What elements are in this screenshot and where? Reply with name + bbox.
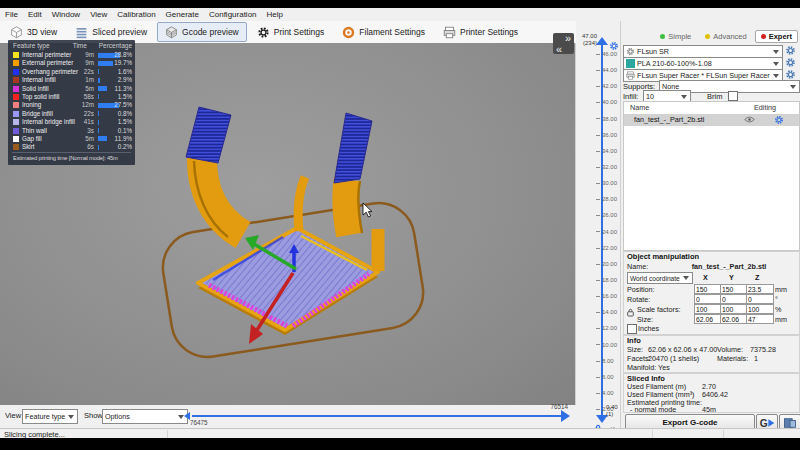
toolbar-button-print-settings[interactable]: Print Settings: [249, 22, 333, 42]
scale-x-input[interactable]: [694, 304, 722, 314]
brim-checkbox[interactable]: [728, 91, 738, 101]
feature-color-swatch: [13, 86, 19, 92]
view-combo[interactable]: Feature type: [22, 409, 78, 424]
legend-row: Ironing12m27.5%: [8, 101, 135, 109]
name-column-header: Name: [630, 103, 649, 112]
edit-layers-icon[interactable]: [774, 115, 784, 125]
layer-tick-label: 42.00: [596, 83, 617, 89]
toolbar-button-gcode-preview[interactable]: Gcode preview: [157, 22, 247, 42]
layer-tick-label: 32.00: [596, 164, 617, 170]
collapse-panel-button[interactable]: » «: [553, 33, 574, 54]
gear-icon: [257, 26, 270, 39]
model-center-fin: [298, 177, 305, 231]
mode-dot: [660, 34, 665, 39]
toolbar-button-3d-view[interactable]: 3D view: [2, 22, 65, 42]
feature-color-swatch: [13, 94, 19, 100]
legend-separator: [12, 152, 131, 153]
rotate-label: Rotate:: [627, 295, 650, 304]
layer-slider-settings-gear-icon[interactable]: [609, 37, 619, 47]
scale-z-input[interactable]: [746, 304, 774, 314]
info-manifold-value: Yes: [658, 363, 670, 372]
name-label: Name:: [627, 262, 648, 271]
menu-configuration[interactable]: Configuration: [204, 10, 262, 19]
scale-label: Scale factors:: [637, 305, 681, 314]
layer-tick-label: 40.00: [596, 99, 617, 105]
feature-label: Internal infill: [22, 76, 56, 83]
layer-tick-label: 10.00: [596, 342, 617, 348]
menu-file[interactable]: File: [0, 10, 23, 19]
right-panel: SimpleAdvancedExpert FLsun SR PLA 210-60…: [620, 21, 800, 438]
legend-row: Overhang perimeter22s1.6%: [8, 68, 135, 76]
layer-tick-label: 6.00: [596, 374, 614, 380]
filament-edit-gear-icon[interactable]: [785, 57, 796, 68]
layer-tick-label: 4.00: [596, 390, 614, 396]
move-slider-track[interactable]: [192, 415, 562, 417]
feature-label: Overhang perimeter: [22, 68, 78, 75]
mode-dot: [761, 34, 766, 39]
print-settings-edit-gear-icon[interactable]: [785, 45, 796, 56]
size-z-input[interactable]: [746, 314, 774, 324]
rotate-x-input[interactable]: [694, 294, 722, 304]
mode-button-simple[interactable]: Simple: [654, 30, 697, 43]
move-slider-thumb[interactable]: [561, 410, 570, 422]
scale-y-input[interactable]: [720, 304, 748, 314]
menu-view[interactable]: View: [85, 10, 112, 19]
menu-window[interactable]: Window: [47, 10, 85, 19]
toolbar-button-sliced-preview[interactable]: Sliced preview: [67, 22, 155, 42]
feature-time: 9m: [74, 51, 94, 58]
feature-percentage: 0.2%: [108, 143, 132, 150]
toolbar-button-filament-settings[interactable]: Filament Settings: [334, 22, 433, 42]
menu-generate[interactable]: Generate: [161, 10, 204, 19]
layer-slider-top-thumb[interactable]: [596, 37, 608, 45]
layer-tick-label: 38.00: [596, 116, 617, 122]
object-list-row[interactable]: fan_test_-_Part_2b.stl: [624, 114, 799, 126]
feature-color-swatch: [13, 102, 19, 108]
model-right-duct: [334, 113, 372, 235]
axis-header-y: Y: [729, 273, 734, 282]
size-y-input[interactable]: [720, 314, 748, 324]
menu-calibration[interactable]: Calibration: [112, 10, 160, 19]
scale-unit: %: [775, 305, 781, 314]
menu-edit[interactable]: Edit: [23, 10, 47, 19]
sliced-info-group: Sliced Info Used Filament (m) 2.70 Used …: [623, 373, 800, 413]
printer-icon: [626, 71, 635, 80]
toolbar-button-label: Filament Settings: [359, 27, 425, 37]
toolbar-button-printer-settings[interactable]: Printer Settings: [435, 22, 526, 42]
show-combo[interactable]: Options: [102, 409, 188, 424]
info-materials-label: Materials:: [717, 354, 748, 363]
menu-bar: FileEditWindowViewCalibrationGenerateCon…: [0, 8, 800, 21]
mode-dot: [705, 34, 710, 39]
mode-button-expert[interactable]: Expert: [755, 30, 798, 43]
infill-value: 10: [644, 92, 678, 101]
position-z-input[interactable]: [746, 284, 774, 294]
printer-edit-gear-icon[interactable]: [785, 69, 796, 80]
menu-help[interactable]: Help: [262, 10, 288, 19]
feature-time: 22s: [74, 68, 94, 75]
position-x-input[interactable]: [694, 284, 722, 294]
uniform-scale-lock-icon[interactable]: [627, 308, 634, 317]
feature-color-swatch: [13, 144, 19, 150]
feature-label: Skirt: [22, 143, 35, 150]
inches-label: Inches: [638, 324, 659, 333]
rotate-y-input[interactable]: [720, 294, 748, 304]
feature-percentage: 2.9%: [108, 76, 132, 83]
toolbar-button-label: 3D view: [27, 27, 57, 37]
filament-preset-value: PLA 210-60-100%-1.08: [635, 59, 770, 68]
move-slider-current-value: 76475: [190, 419, 208, 426]
eye-icon[interactable]: [744, 115, 755, 124]
inches-checkbox[interactable]: [627, 324, 637, 334]
normal-mode-label: - normal mode: [630, 405, 676, 414]
layer-tick-label: 28.00: [596, 196, 617, 202]
mode-button-advanced[interactable]: Advanced: [699, 30, 752, 43]
rotate-z-input[interactable]: [746, 294, 774, 304]
size-x-input[interactable]: [694, 314, 722, 324]
layer-slider-strip: 47.00 (234) 46.0044.0042.0040.0038.0036.…: [576, 21, 620, 438]
chevron-down-icon: [681, 95, 687, 99]
status-text: Slicing complete...: [4, 430, 65, 438]
rotate-unit: °: [775, 295, 778, 304]
size-unit: mm: [775, 315, 787, 324]
feature-label: Solid infill: [22, 85, 49, 92]
toolbar-button-label: Print Settings: [274, 27, 325, 37]
position-y-input[interactable]: [720, 284, 748, 294]
coordinates-combo[interactable]: World coordinates: [627, 272, 693, 284]
